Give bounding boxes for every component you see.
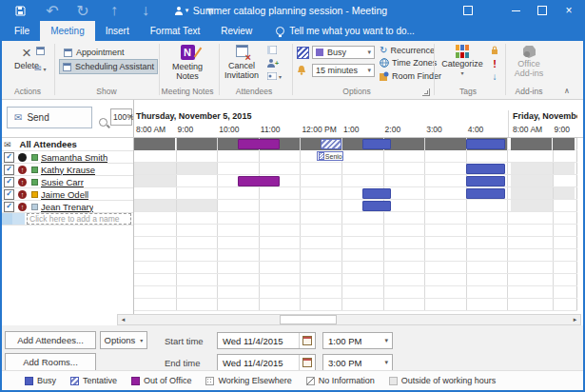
- attendee-row[interactable]: ✓↑Jean Trenary: [0, 201, 133, 213]
- cancel-invitation-button[interactable]: × CancelInvitation: [221, 45, 263, 80]
- attendee-name-link[interactable]: Samantha Smith: [41, 152, 107, 163]
- tab-file[interactable]: File: [4, 21, 40, 41]
- appointment-button[interactable]: Appointment: [61, 46, 127, 59]
- attendee-checkbox[interactable]: ✓: [4, 152, 14, 163]
- tell-me-box[interactable]: Tell me what you want to do...: [276, 21, 415, 41]
- collapse-ribbon-icon[interactable]: ∧: [564, 87, 570, 95]
- legend-item: Out of Office: [131, 376, 191, 385]
- window-border-left: [0, 0, 2, 392]
- legend-swatch-busy: [25, 377, 33, 385]
- attendee-name-link[interactable]: Jean Trenary: [41, 202, 93, 212]
- attendee-checkbox[interactable]: ✓: [4, 202, 14, 212]
- close-icon[interactable]: ×: [556, 0, 582, 21]
- add-attendee-placeholder[interactable]: Click here to add a name: [27, 213, 131, 225]
- attendee-row[interactable]: ✓Samantha Smith: [0, 151, 133, 164]
- ribbon-display-options-icon[interactable]: [455, 0, 481, 21]
- meeting-notes-button[interactable]: N MeetingNotes: [160, 45, 215, 81]
- schedule-grid[interactable]: Senio: [134, 138, 577, 311]
- tab-format-text[interactable]: Format Text: [140, 21, 211, 41]
- group-label-attendees: Attendees: [221, 87, 287, 96]
- legend-item: Tentative: [70, 376, 117, 385]
- end-date-picker-icon[interactable]: [299, 355, 315, 370]
- all-attendees-cell: [511, 138, 552, 150]
- busy-block: [466, 139, 505, 149]
- attendee-header-row: ✉ All Attendees: [0, 138, 133, 151]
- category-color-swatch: [31, 191, 38, 198]
- add-rooms-button[interactable]: Add Rooms...: [5, 353, 96, 371]
- scroll-right-icon[interactable]: ▸: [570, 315, 580, 324]
- options-button[interactable]: Options▾: [100, 331, 147, 349]
- add-attendee-icon[interactable]: +: [267, 59, 279, 68]
- time-zones-button[interactable]: Time Zones: [380, 58, 437, 68]
- category-color-swatch: [31, 167, 38, 173]
- office-add-ins-icon: [520, 45, 537, 59]
- hour-label: 1:00: [343, 125, 360, 134]
- attendee-row[interactable]: ✓↑Kathy Krause: [0, 164, 133, 176]
- contact-card-icon[interactable]: ▾: [267, 72, 282, 80]
- category-color-swatch: [31, 204, 38, 210]
- tab-meeting[interactable]: Meeting: [40, 21, 95, 41]
- required-attendee-icon: ↑: [18, 166, 27, 174]
- attendee-name-link[interactable]: Kathy Krause: [41, 165, 95, 175]
- attendee-row[interactable]: ✓↑Susie Carr: [0, 176, 133, 188]
- start-time-field[interactable]: 1:00 PM▾: [322, 332, 393, 349]
- recurrence-button[interactable]: ↻ Recurrence: [380, 45, 435, 55]
- attendee-checkbox[interactable]: ✓: [4, 189, 14, 200]
- send-button[interactable]: ✉ Send: [7, 107, 92, 128]
- attendee-checkbox[interactable]: ✓: [4, 165, 14, 175]
- private-lock-icon[interactable]: [487, 46, 502, 56]
- hour-label: 8:00 AM: [513, 125, 542, 134]
- hour-label: 11:00: [261, 125, 281, 134]
- add-attendee-row[interactable]: Click here to add a name: [0, 213, 133, 225]
- scrollbar-thumb[interactable]: [280, 315, 337, 324]
- group-label-addins: Add-ins: [507, 87, 551, 96]
- address-book-icon[interactable]: [267, 46, 277, 54]
- hour-label: 12:00 PM: [302, 125, 336, 134]
- legend-label: Working Elsewhere: [218, 376, 291, 385]
- attendee-row[interactable]: ✓↑Jaime Odell: [0, 188, 133, 201]
- room-finder-icon: [380, 71, 389, 81]
- minimize-icon[interactable]: [502, 0, 529, 21]
- save-icon[interactable]: [8, 0, 32, 21]
- hour-label: 3:00: [426, 125, 442, 134]
- zoom-icon: [99, 113, 107, 130]
- redo-icon[interactable]: ↻: [70, 0, 95, 21]
- forward-icon[interactable]: ✉ ▾: [34, 64, 47, 73]
- room-finder-button[interactable]: Room Finder: [380, 71, 441, 81]
- high-importance-icon[interactable]: !: [487, 58, 502, 69]
- zoom-caret-icon[interactable]: ▾: [129, 112, 132, 119]
- send-icon: ✉: [14, 112, 22, 123]
- categorize-button[interactable]: Categorize ▾: [439, 45, 486, 78]
- busy-block: [362, 188, 392, 199]
- tab-insert[interactable]: Insert: [95, 21, 140, 41]
- show-as-select[interactable]: Busy ▾: [312, 46, 375, 59]
- attendee-name-link[interactable]: Susie Carr: [41, 177, 84, 187]
- legend-item: Outside of working hours: [389, 376, 497, 385]
- end-time-field[interactable]: 3:00 PM▾: [322, 354, 393, 371]
- previous-item-icon[interactable]: ↑: [102, 0, 127, 21]
- all-attendees-cell: [425, 138, 466, 150]
- scroll-left-icon[interactable]: ◂: [118, 315, 128, 324]
- horizontal-scrollbar[interactable]: ◂ ▸: [117, 314, 581, 325]
- end-date-field[interactable]: Wed 11/4/2015: [217, 354, 316, 371]
- start-date-field[interactable]: Wed 11/4/2015: [217, 332, 316, 349]
- reminder-select[interactable]: 15 minutes ▾: [312, 64, 375, 77]
- start-date-picker-icon[interactable]: [299, 333, 315, 348]
- add-row-icon-cell: [12, 213, 25, 225]
- copy-to-calendar-icon[interactable]: [36, 47, 45, 55]
- options-dialog-launcher-icon[interactable]: [422, 88, 430, 96]
- reminder-bell-icon: [297, 65, 306, 75]
- office-add-ins-button[interactable]: OfficeAdd-ins: [507, 45, 551, 78]
- day-separator-line: [508, 110, 509, 137]
- hour-label: 9:00: [178, 125, 194, 134]
- tentative-block: [321, 139, 341, 149]
- attendee-name-link[interactable]: Jaime Odell: [41, 189, 88, 200]
- low-importance-icon[interactable]: ↓: [487, 71, 502, 82]
- maximize-icon[interactable]: [529, 0, 556, 21]
- legend-swatch-outside: [389, 377, 398, 385]
- tab-review[interactable]: Review: [210, 21, 263, 41]
- scheduling-assistant-button[interactable]: Scheduling Assistant: [59, 59, 158, 74]
- undo-icon[interactable]: ↶: [40, 0, 65, 21]
- attendee-checkbox[interactable]: ✓: [4, 177, 14, 187]
- add-attendees-button[interactable]: Add Attendees...: [5, 331, 96, 349]
